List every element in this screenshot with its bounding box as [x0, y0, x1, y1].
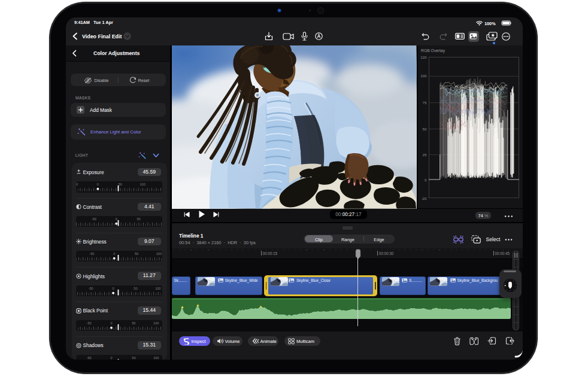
svg-text:100%: 100%: [484, 20, 496, 25]
